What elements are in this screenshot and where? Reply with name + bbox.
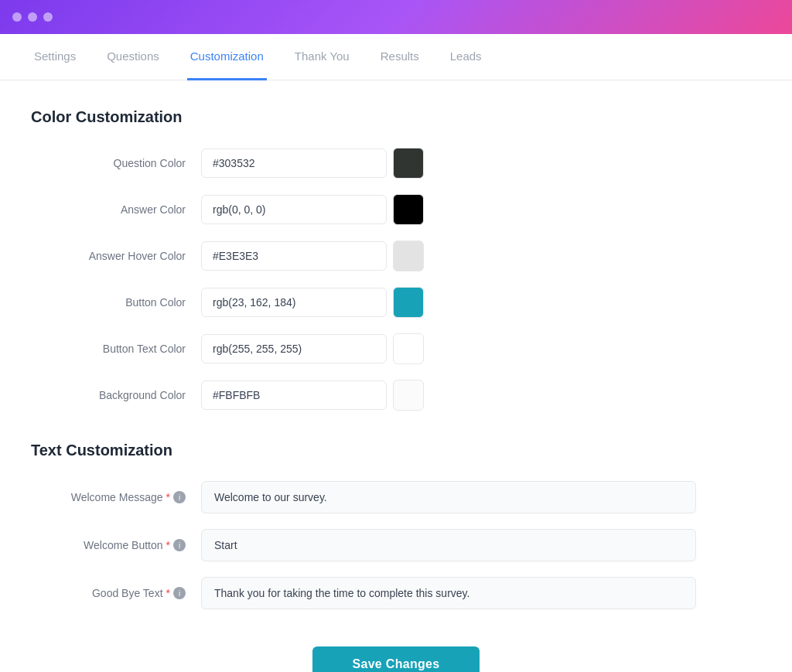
color-section-title: Color Customization: [31, 108, 761, 126]
button-text-color-label: Button Text Color: [31, 343, 201, 355]
welcome-button-info-icon[interactable]: i: [173, 539, 186, 551]
answer-hover-color-label: Answer Hover Color: [31, 250, 201, 262]
welcome-message-info-icon[interactable]: i: [173, 491, 186, 503]
save-button[interactable]: Save Changes: [312, 646, 480, 672]
goodbye-text-input[interactable]: [201, 577, 696, 609]
button-text-color-input-wrap: [201, 333, 424, 364]
answer-hover-color-input-wrap: [201, 240, 424, 271]
button-color-label: Button Color: [31, 296, 201, 309]
question-color-swatch[interactable]: [393, 148, 424, 179]
answer-color-swatch[interactable]: [393, 194, 424, 225]
answer-hover-color-swatch[interactable]: [393, 240, 424, 271]
background-color-label: Background Color: [31, 389, 201, 401]
tab-customization[interactable]: Customization: [187, 34, 267, 80]
welcome-message-label: Welcome Message * i: [31, 491, 201, 503]
welcome-button-input[interactable]: [201, 529, 696, 561]
background-color-input[interactable]: [201, 380, 387, 410]
answer-color-input-wrap: [201, 194, 424, 225]
content-area: Color Customization Question Color Answe…: [0, 80, 792, 672]
button-text-color-row: Button Text Color: [31, 333, 761, 364]
background-color-row: Background Color: [31, 380, 761, 411]
tab-settings[interactable]: Settings: [31, 34, 79, 80]
button-color-input-wrap: [201, 287, 424, 318]
tab-results[interactable]: Results: [377, 34, 422, 80]
answer-color-label: Answer Color: [31, 203, 201, 216]
tab-thank-you[interactable]: Thank You: [292, 34, 353, 80]
question-color-input[interactable]: [201, 148, 387, 178]
goodbye-text-label: Good Bye Text * i: [31, 587, 201, 599]
color-section: Color Customization Question Color Answe…: [31, 108, 761, 411]
traffic-light-2: [28, 12, 37, 22]
answer-color-input[interactable]: [201, 195, 387, 224]
welcome-message-input[interactable]: [201, 481, 696, 513]
welcome-message-row: Welcome Message * i: [31, 481, 761, 513]
tab-leads[interactable]: Leads: [447, 34, 485, 80]
main-container: Settings Questions Customization Thank Y…: [0, 34, 792, 672]
required-star: *: [166, 491, 170, 503]
question-color-label: Question Color: [31, 157, 201, 169]
traffic-light-3: [43, 12, 53, 22]
top-bar: [0, 0, 792, 34]
save-button-wrap: Save Changes: [31, 634, 761, 672]
background-color-input-wrap: [201, 380, 424, 411]
welcome-button-row: Welcome Button * i: [31, 529, 761, 561]
answer-hover-color-input[interactable]: [201, 241, 387, 271]
question-color-input-wrap: [201, 148, 424, 179]
required-star-2: *: [166, 539, 170, 551]
question-color-row: Question Color: [31, 148, 761, 179]
button-color-swatch[interactable]: [393, 287, 424, 318]
button-color-input[interactable]: [201, 288, 387, 317]
goodbye-text-info-icon[interactable]: i: [173, 587, 186, 599]
button-text-color-swatch[interactable]: [393, 333, 424, 364]
traffic-light-1: [12, 12, 22, 22]
answer-color-row: Answer Color: [31, 194, 761, 225]
button-color-row: Button Color: [31, 287, 761, 318]
answer-hover-color-row: Answer Hover Color: [31, 240, 761, 271]
tabs-bar: Settings Questions Customization Thank Y…: [0, 34, 792, 80]
text-section: Text Customization Welcome Message * i W…: [31, 442, 761, 609]
text-section-title: Text Customization: [31, 442, 761, 459]
tab-questions[interactable]: Questions: [104, 34, 162, 80]
required-star-3: *: [166, 587, 170, 599]
goodbye-text-row: Good Bye Text * i: [31, 577, 761, 609]
welcome-button-label: Welcome Button * i: [31, 539, 201, 551]
button-text-color-input[interactable]: [201, 334, 387, 363]
background-color-swatch[interactable]: [393, 380, 424, 411]
